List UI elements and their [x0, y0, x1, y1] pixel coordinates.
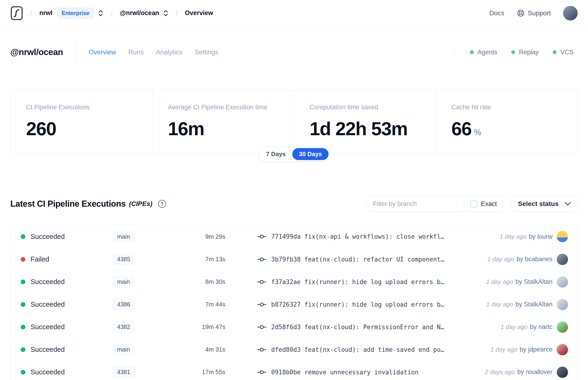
breadcrumb-page: Overview	[185, 9, 213, 17]
integration-label: Replay	[519, 49, 539, 56]
avatar[interactable]	[557, 254, 568, 265]
duration: 19m 47s	[178, 323, 225, 331]
branch-badge[interactable]: main	[113, 276, 134, 287]
stat-average-execution-time: Average CI Pipeline Execution time 16m	[152, 90, 294, 154]
status-dot	[21, 234, 25, 239]
commit-message[interactable]: b8726327 fix(runner): hide log upload er…	[271, 301, 444, 308]
enterprise-badge: Enterprise	[57, 8, 94, 19]
stat-label: Cache hit rate	[451, 104, 570, 111]
stats-panel: CI Pipeline Executions 260 Average CI Pi…	[10, 90, 578, 154]
stat-value: 16m	[168, 118, 204, 140]
chevron-down-icon	[565, 202, 571, 206]
branch-filter-group: Exact	[367, 196, 503, 212]
exact-checkbox[interactable]	[470, 200, 477, 208]
status-dropdown-label: Select status	[518, 200, 559, 208]
section-title: Latest CI Pipeline Executions	[10, 199, 126, 209]
branch-badge[interactable]: 4382	[113, 321, 135, 333]
workspace-tabs: Overview Runs Analytics Settings	[89, 48, 218, 56]
cipe-table: Succeeded main 9m 29s 771499da fix(nx-ap…	[10, 225, 578, 380]
breadcrumb-org[interactable]: nrwl	[39, 9, 53, 17]
time-ago: 1 day ago	[500, 233, 526, 240]
avatar[interactable]	[557, 276, 568, 287]
branch-badge[interactable]: 4385	[113, 253, 135, 265]
time-ago: 1 day ago	[490, 346, 517, 353]
docs-link[interactable]: Docs	[489, 9, 504, 17]
commit-message[interactable]: 771499da fix(nx-api & workflows): close …	[271, 233, 444, 240]
table-row[interactable]: Succeeded 4386 7m 44s b8726327 fix(runne…	[11, 293, 577, 316]
avatar[interactable]	[557, 322, 568, 333]
stat-ci-pipeline-executions: CI Pipeline Executions 260	[11, 90, 152, 154]
support-link[interactable]: Support	[516, 9, 551, 18]
duration: 8m 30s	[178, 278, 225, 285]
exact-filter: Exact	[464, 196, 503, 211]
table-row[interactable]: Succeeded 4382 19m 47s 2d58f6d3 feat(nx-…	[11, 316, 577, 338]
workspace-switcher-icon[interactable]	[163, 9, 169, 17]
top-nav: / nrwl Enterprise / @nrwl/ocean / Overvi…	[0, 0, 588, 26]
branch-filter-input[interactable]	[367, 196, 464, 211]
range-30-days[interactable]: 30 Days	[292, 148, 329, 160]
status-dot	[511, 50, 515, 54]
branch-badge[interactable]: 4386	[113, 299, 135, 310]
branch-badge[interactable]: main	[113, 231, 134, 243]
table-row[interactable]: Failed 4385 7m 13s 3b79fb38 feat(nx-clou…	[11, 248, 577, 270]
time-ago: 1 day ago	[486, 301, 513, 308]
commit-message[interactable]: dfed80d3 feat(nx-cloud): add time-saved …	[271, 346, 444, 353]
time-ago: 2 days ago	[485, 368, 515, 376]
exact-label: Exact	[481, 200, 497, 208]
user-avatar[interactable]	[563, 6, 578, 20]
status-label: Succeeded	[31, 323, 65, 331]
table-row[interactable]: Succeeded main 9m 29s 771499da fix(nx-ap…	[11, 225, 577, 248]
workspace-header: @nrwl/ocean Overview Runs Analytics Sett…	[0, 45, 588, 60]
integration-vcs[interactable]: VCS	[553, 49, 573, 56]
nx-cloud-logo-icon[interactable]	[10, 6, 23, 20]
status-label: Failed	[31, 255, 49, 263]
duration: 9m 29s	[178, 233, 225, 240]
tab-analytics[interactable]: Analytics	[156, 48, 182, 56]
status-dot	[553, 50, 556, 54]
status-label: Succeeded	[31, 233, 65, 241]
status-dot	[21, 347, 25, 352]
author: by StalkAltan	[515, 278, 552, 285]
status-dot	[21, 302, 25, 307]
integration-label: Agents	[477, 49, 497, 56]
commit-message[interactable]: 0918b0be remove unnecessary invalidation	[271, 369, 418, 376]
commit-message[interactable]: 3b79fb38 feat(nx-cloud): refactor UI com…	[271, 256, 444, 263]
status-label: Succeeded	[31, 368, 65, 376]
commit-message[interactable]: 2d58f6d3 feat(nx-cloud): PermissionError…	[271, 323, 444, 331]
help-icon[interactable]: ?	[158, 200, 166, 208]
stat-cache-hit-rate: Cache hit rate 66 %	[436, 90, 577, 154]
branch-badge[interactable]: main	[113, 344, 134, 355]
avatar[interactable]	[557, 299, 568, 310]
commit-message[interactable]: f37a32ae fix(runner): hide log upload er…	[271, 278, 444, 285]
git-commit-icon	[257, 302, 266, 307]
tab-runs[interactable]: Runs	[128, 48, 144, 56]
breadcrumb-separator: /	[111, 8, 113, 18]
org-switcher-icon[interactable]	[98, 9, 103, 17]
table-row[interactable]: Succeeded 4381 17m 55s 0918b0be remove u…	[11, 361, 577, 380]
integration-replay[interactable]: Replay	[511, 49, 539, 56]
range-7-days[interactable]: 7 Days	[259, 148, 292, 160]
integration-agents[interactable]: Agents	[470, 49, 497, 56]
tab-overview[interactable]: Overview	[89, 48, 116, 56]
breadcrumb-workspace[interactable]: @nrwl/ocean	[120, 9, 159, 17]
duration: 7m 13s	[178, 256, 225, 263]
status-dot	[21, 257, 25, 262]
status-filter-dropdown[interactable]: Select status	[511, 196, 578, 212]
avatar[interactable]	[557, 231, 568, 242]
table-row[interactable]: Succeeded main 4m 31s dfed80d3 feat(nx-c…	[11, 338, 577, 361]
author: by StalkAltan	[515, 301, 552, 308]
status-dot	[21, 280, 25, 284]
stat-unit: %	[474, 128, 481, 137]
git-commit-icon	[257, 233, 266, 240]
avatar[interactable]	[557, 367, 568, 378]
tab-settings[interactable]: Settings	[194, 48, 218, 56]
table-row[interactable]: Succeeded main 8m 30s f37a32ae fix(runne…	[11, 270, 577, 293]
status-label: Succeeded	[31, 346, 65, 353]
lifebuoy-icon	[516, 9, 525, 18]
avatar[interactable]	[557, 344, 568, 355]
breadcrumb-separator: /	[176, 8, 178, 18]
stat-value: 1d 22h 53m	[310, 118, 408, 140]
branch-badge[interactable]: 4381	[113, 366, 135, 378]
git-commit-icon	[257, 324, 266, 330]
cipe-section-header: Latest CI Pipeline Executions (CIPEs) ? …	[10, 196, 578, 212]
